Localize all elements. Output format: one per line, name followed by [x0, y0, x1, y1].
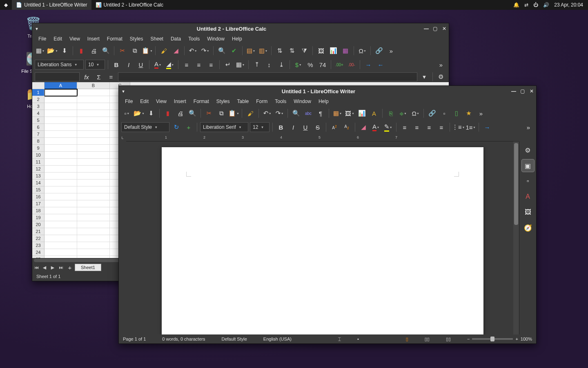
decrease-indent-button[interactable]: ←	[375, 59, 386, 70]
cell[interactable]	[45, 235, 77, 242]
row-header[interactable]: 3	[32, 103, 45, 110]
menu-file[interactable]: File	[35, 35, 50, 43]
cell[interactable]	[45, 152, 77, 159]
insert-image-button[interactable]: 🖼	[344, 108, 355, 119]
formula-input[interactable]	[118, 72, 417, 81]
insert-table-button[interactable]: ▦	[332, 108, 343, 119]
align-left-button[interactable]: ≡	[399, 122, 410, 132]
currency-button[interactable]: $	[293, 59, 303, 70]
page-break-button[interactable]: ⎘	[385, 108, 396, 119]
menu-format[interactable]: Format	[190, 97, 213, 105]
cell[interactable]	[45, 117, 77, 124]
status-style[interactable]: Default Style	[221, 337, 247, 341]
strikethrough-button[interactable]: S	[312, 122, 323, 132]
sidebar-gallery-button[interactable]: 🖼	[522, 206, 534, 218]
row-header[interactable]: 23	[32, 242, 45, 249]
clock[interactable]: 23 Apr, 20:04	[554, 2, 583, 8]
toolbar-overflow-button[interactable]: »	[476, 108, 486, 119]
cell[interactable]	[77, 228, 110, 235]
menu-form[interactable]: Form	[252, 97, 271, 105]
print-button[interactable]: 🖨	[88, 45, 99, 56]
menu-view[interactable]: View	[152, 97, 170, 105]
row-header[interactable]: 15	[32, 186, 45, 193]
cell[interactable]	[45, 159, 77, 166]
menu-help[interactable]: Help	[228, 35, 246, 43]
cell[interactable]	[77, 214, 110, 221]
cell[interactable]	[77, 96, 110, 103]
sidebar-page-button[interactable]: ▫	[522, 175, 534, 187]
bold-button[interactable]: B	[111, 59, 122, 70]
cell[interactable]	[45, 249, 77, 256]
row-header[interactable]: 17	[32, 200, 45, 207]
toolbar-overflow-button[interactable]: »	[436, 59, 446, 70]
increase-indent-button[interactable]: →	[363, 59, 374, 70]
sort-asc-button[interactable]: ⇅	[274, 45, 285, 56]
copy-button[interactable]: ⧉	[129, 45, 140, 56]
spellcheck-button[interactable]: abc	[303, 108, 314, 119]
page[interactable]	[162, 147, 483, 334]
undo-button[interactable]: ↶	[187, 45, 198, 56]
new-document-button[interactable]: ▦	[35, 45, 45, 56]
merge-cells-button[interactable]: ▦	[235, 59, 245, 70]
clone-formatting-button[interactable]: 🖌	[245, 108, 256, 119]
justify-button[interactable]: ≡	[436, 122, 447, 132]
cell[interactable]	[77, 138, 110, 145]
align-center-button[interactable]: ≡	[194, 59, 204, 70]
function-wizard-button[interactable]: fx	[81, 72, 92, 82]
autofilter-button[interactable]: ⧩	[299, 45, 310, 56]
cell[interactable]	[77, 103, 110, 110]
volume-icon[interactable]: 🔊	[543, 2, 549, 8]
spellcheck-button[interactable]: ✔	[229, 45, 239, 56]
column-header[interactable]: B	[77, 82, 110, 89]
cell[interactable]	[77, 221, 110, 228]
toolbar-overflow-button[interactable]: »	[386, 45, 396, 56]
zoom-level[interactable]: 100%	[521, 337, 532, 341]
cell[interactable]	[77, 117, 110, 124]
cut-button[interactable]: ✂	[117, 45, 128, 56]
status-page[interactable]: Page 1 of 1	[123, 337, 146, 341]
cell[interactable]	[77, 242, 110, 249]
document-area[interactable]	[126, 141, 519, 334]
menu-file[interactable]: File	[121, 97, 136, 105]
sidebar-navigator-button[interactable]: 🧭	[522, 222, 534, 234]
toolbar-overflow-button[interactable]: »	[523, 122, 534, 132]
subscript-button[interactable]: A2	[341, 122, 352, 132]
status-language[interactable]: English (USA)	[263, 337, 292, 341]
menu-format[interactable]: Format	[103, 35, 126, 43]
font-color-button[interactable]: A	[370, 122, 381, 132]
cut-button[interactable]: ✂	[204, 108, 214, 119]
copy-button[interactable]: ⧉	[216, 108, 227, 119]
menu-window[interactable]: Window	[290, 97, 315, 105]
zoom-slider[interactable]	[472, 338, 513, 340]
sidebar-settings-button[interactable]: ⚙	[522, 144, 534, 156]
footnote-button[interactable]: ▫	[439, 108, 450, 119]
row-header[interactable]: 22	[32, 235, 45, 242]
view-single-page-button[interactable]: ▯	[406, 337, 408, 342]
cell[interactable]	[45, 193, 77, 200]
panel-launcher[interactable]: ◆	[0, 0, 12, 10]
align-right-button[interactable]: ≡	[206, 59, 216, 70]
font-size-combo[interactable]: 10▾	[85, 60, 105, 70]
cell[interactable]	[45, 221, 77, 228]
cell[interactable]	[45, 131, 77, 138]
sheet-tab[interactable]: Sheet1	[75, 264, 101, 271]
star-button[interactable]: ★	[463, 108, 474, 119]
row-header[interactable]: 25	[32, 256, 45, 258]
cell[interactable]	[45, 256, 77, 258]
wrap-text-button[interactable]: ↵	[223, 59, 233, 70]
bookmark-button[interactable]: ▯	[451, 108, 462, 119]
titlebar[interactable]: ▾ Untitled 1 - LibreOffice Writer — ▢ ✕	[119, 86, 536, 96]
insert-chart-button[interactable]: 📊	[356, 108, 367, 119]
view-book-button[interactable]: ▯▯	[446, 337, 451, 342]
increase-indent-button[interactable]: →	[482, 122, 492, 132]
sheet-first-button[interactable]: ⏮	[32, 265, 40, 270]
insert-textbox-button[interactable]: A	[369, 108, 379, 119]
row-header[interactable]: 12	[32, 166, 45, 173]
cell[interactable]	[45, 242, 77, 249]
align-center-button[interactable]: ≡	[412, 122, 422, 132]
row-header[interactable]: 13	[32, 173, 45, 180]
sidebar-properties-button[interactable]: ▣	[522, 159, 534, 172]
vertical-ruler[interactable]	[119, 141, 126, 334]
row-header[interactable]: 2	[32, 96, 45, 103]
find-replace-button[interactable]: 🔍	[291, 108, 301, 119]
